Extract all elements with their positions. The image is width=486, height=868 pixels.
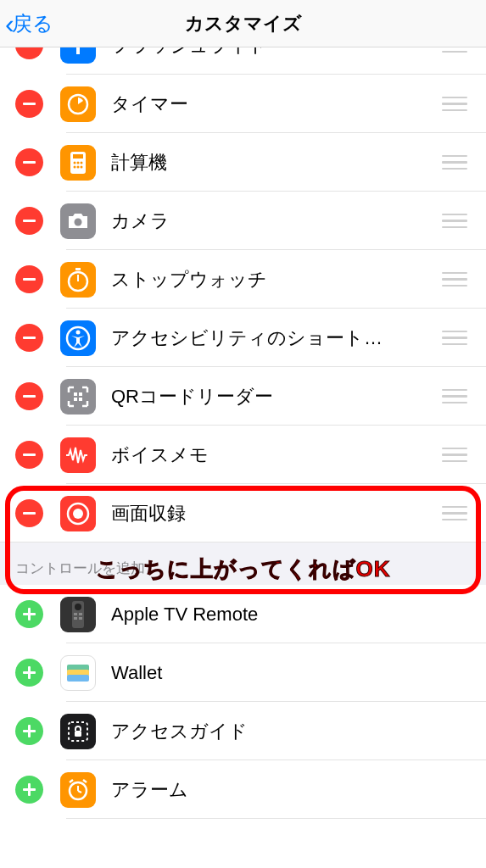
qr-icon <box>60 379 96 415</box>
accessibility-icon <box>60 320 96 356</box>
camera-icon <box>60 203 96 239</box>
svg-point-7 <box>77 165 80 168</box>
wallet-icon <box>60 655 96 691</box>
nav-bar: ‹ 戻る カスタマイズ <box>0 0 486 47</box>
svg-rect-2 <box>73 154 83 159</box>
svg-line-34 <box>78 791 81 793</box>
drag-handle[interactable] <box>442 155 467 170</box>
list-item: アクセスガイド <box>0 702 486 760</box>
section-header-label: コントロールを追加 <box>15 559 145 578</box>
list-item: タイマー <box>0 75 486 133</box>
list-item: アクセシビリティのショート… <box>0 309 486 367</box>
item-label: QRコードリーダー <box>111 384 442 409</box>
item-label: アクセスガイド <box>111 719 486 744</box>
svg-point-5 <box>81 161 83 164</box>
item-label: アクセシビリティのショート… <box>111 326 442 351</box>
remove-button[interactable] <box>15 47 43 59</box>
list-item: ボイスメモ <box>0 426 486 484</box>
svg-point-9 <box>75 218 82 225</box>
svg-line-35 <box>70 780 73 782</box>
drag-handle[interactable] <box>442 448 467 463</box>
drag-handle[interactable] <box>442 47 467 53</box>
svg-rect-31 <box>75 731 81 737</box>
tv-remote-icon <box>60 597 96 632</box>
remove-button[interactable] <box>15 148 43 176</box>
list-item: QRコードリーダー <box>0 367 486 426</box>
remove-button[interactable] <box>15 324 43 352</box>
screen-record-icon <box>60 496 96 531</box>
item-label: ボイスメモ <box>111 442 442 468</box>
svg-point-8 <box>81 165 83 168</box>
page-title: カスタマイズ <box>185 11 302 36</box>
item-label: フラッシュライト <box>111 47 442 58</box>
item-label: カメラ <box>111 209 442 234</box>
drag-handle[interactable] <box>442 506 467 521</box>
alarm-icon <box>60 772 96 808</box>
svg-point-22 <box>75 604 81 610</box>
drag-handle[interactable] <box>442 331 467 346</box>
svg-rect-18 <box>79 398 82 401</box>
item-label: タイマー <box>111 92 442 117</box>
svg-line-36 <box>83 780 87 782</box>
item-label: 画面収録 <box>111 501 442 526</box>
drag-handle[interactable] <box>442 214 467 229</box>
list-item: Wallet <box>0 643 486 702</box>
settings-list: フラッシュライト タイマー 計算機 カメラ ストップウォッチ <box>0 47 486 819</box>
back-button[interactable]: ‹ 戻る <box>5 10 53 37</box>
svg-rect-25 <box>74 617 77 620</box>
remove-button[interactable] <box>15 265 43 293</box>
guided-access-icon <box>60 714 96 749</box>
list-item: 計算機 <box>0 133 486 192</box>
list-item: ストップウォッチ <box>0 250 486 309</box>
drag-handle[interactable] <box>442 389 467 404</box>
calculator-icon <box>60 145 96 181</box>
svg-point-14 <box>76 330 81 334</box>
svg-rect-15 <box>74 392 77 396</box>
add-button[interactable] <box>15 717 43 745</box>
svg-rect-16 <box>79 392 82 396</box>
add-button[interactable] <box>15 659 43 687</box>
svg-rect-10 <box>75 268 81 270</box>
flashlight-icon <box>60 47 96 64</box>
remove-button[interactable] <box>15 499 43 527</box>
item-label: アラーム <box>111 777 486 803</box>
list-item: カメラ <box>0 192 486 250</box>
item-label: Apple TV Remote <box>111 604 486 626</box>
svg-point-20 <box>73 509 83 519</box>
voice-memo-icon <box>60 437 96 473</box>
svg-point-6 <box>74 165 76 168</box>
remove-button[interactable] <box>15 382 43 410</box>
svg-rect-23 <box>74 613 77 615</box>
svg-rect-26 <box>79 617 82 620</box>
back-label: 戻る <box>12 10 53 37</box>
drag-handle[interactable] <box>442 272 467 287</box>
svg-point-3 <box>74 161 76 164</box>
stopwatch-icon <box>60 262 96 298</box>
svg-rect-29 <box>67 675 89 682</box>
add-button[interactable] <box>15 600 43 628</box>
svg-point-4 <box>77 161 80 164</box>
drag-handle[interactable] <box>442 97 467 112</box>
section-header: コントロールを追加 <box>0 542 486 585</box>
item-label: 計算機 <box>111 150 442 175</box>
list-item: アラーム <box>0 760 486 819</box>
svg-rect-17 <box>74 398 77 401</box>
item-label: Wallet <box>111 662 486 684</box>
remove-button[interactable] <box>15 90 43 118</box>
list-item: フラッシュライト <box>0 47 486 75</box>
item-label: ストップウォッチ <box>111 267 442 292</box>
list-item: 画面収録 <box>0 484 486 542</box>
remove-button[interactable] <box>15 441 43 469</box>
remove-button[interactable] <box>15 207 43 235</box>
svg-rect-24 <box>79 613 82 615</box>
timer-icon <box>60 86 96 122</box>
add-button[interactable] <box>15 776 43 804</box>
list-item: Apple TV Remote <box>0 585 486 643</box>
